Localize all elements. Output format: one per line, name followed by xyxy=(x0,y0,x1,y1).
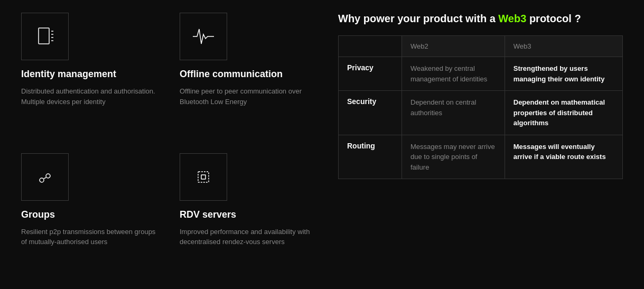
rdv-icon xyxy=(191,164,216,190)
identity-desc: Distributed authentication and authorisa… xyxy=(21,86,158,107)
groups-icon xyxy=(32,164,58,190)
col-web2-header: Web2 xyxy=(402,36,505,57)
identity-icon xyxy=(32,24,58,49)
svg-line-7 xyxy=(44,178,46,179)
col-empty xyxy=(339,36,402,57)
row-web2-security: Dependent on central authorities xyxy=(402,91,505,135)
svg-rect-8 xyxy=(198,172,209,182)
heading-accent: Web3 xyxy=(498,13,526,24)
row-label-privacy: Privacy xyxy=(339,57,402,91)
table-row-security: Security Dependent on central authoritie… xyxy=(339,91,623,135)
rdv-icon-box xyxy=(180,153,227,201)
heading-prefix: Why power your product with a xyxy=(338,13,498,24)
row-web2-privacy: Weakened by central management of identi… xyxy=(402,57,505,91)
section-heading: Why power your product with a Web3 proto… xyxy=(338,13,623,25)
page-container: Identity management Distributed authenti… xyxy=(0,0,644,289)
table-row-routing: Routing Messages may never arrive due to… xyxy=(339,135,623,179)
row-web2-routing: Messages may never arrive due to single … xyxy=(402,135,505,179)
offline-title: Offline communication xyxy=(180,69,317,80)
rdv-title: RDV servers xyxy=(180,209,317,220)
feature-groups: Groups Resilient p2p transmissions betwe… xyxy=(21,153,158,277)
offline-desc: Offline peer to peer communication over … xyxy=(180,86,317,107)
svg-rect-0 xyxy=(39,28,49,44)
waveform-icon xyxy=(191,24,216,49)
groups-desc: Resilient p2p transmissions between grou… xyxy=(21,227,158,247)
rdv-desc: Improved performance and availability wi… xyxy=(180,227,317,247)
heading-suffix: protocol ? xyxy=(526,13,581,24)
table-row-privacy: Privacy Weakened by central management o… xyxy=(339,57,623,91)
offline-icon-box xyxy=(180,13,227,60)
svg-rect-9 xyxy=(201,175,206,179)
groups-icon-box xyxy=(21,153,69,201)
feature-offline: Offline communication Offline peer to pe… xyxy=(180,13,317,136)
comparison-table: Web2 Web3 Privacy Weakened by central ma… xyxy=(338,35,623,179)
left-panel: Identity management Distributed authenti… xyxy=(21,13,317,276)
table-header-row: Web2 Web3 xyxy=(339,36,623,57)
row-web3-routing: Messages will eventually arrive if a via… xyxy=(505,135,622,179)
row-web3-security: Dependent on mathematical properties of … xyxy=(505,91,622,135)
identity-title: Identity management xyxy=(21,69,158,80)
row-web3-privacy: Strengthened by users managing their own… xyxy=(505,57,622,91)
groups-title: Groups xyxy=(21,209,158,220)
row-label-routing: Routing xyxy=(339,135,402,179)
identity-icon-box xyxy=(21,13,69,60)
svg-point-5 xyxy=(40,178,44,182)
right-panel: Why power your product with a Web3 proto… xyxy=(338,13,623,276)
feature-identity: Identity management Distributed authenti… xyxy=(21,13,158,136)
feature-rdv: RDV servers Improved performance and ava… xyxy=(180,153,317,277)
row-label-security: Security xyxy=(339,91,402,135)
col-web3-header: Web3 xyxy=(505,36,622,57)
svg-point-6 xyxy=(46,174,50,178)
